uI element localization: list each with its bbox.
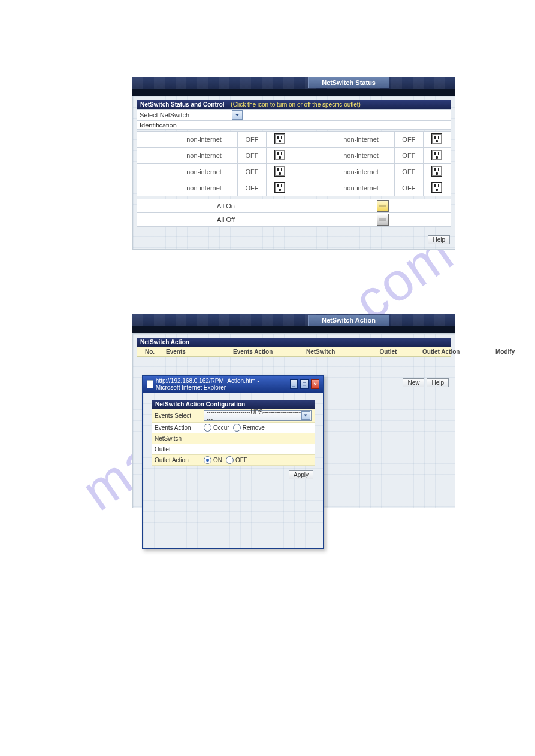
outlet-state: OFF: [395, 132, 424, 148]
col-events-action: Events Action: [229, 347, 303, 356]
status-black-strip: [132, 89, 455, 96]
status-title: NetSwitch Status: [308, 77, 389, 88]
popup-title-text: http://192.168.0.162/RPM_Action.htm - Mi…: [156, 378, 285, 391]
action-columns: No. Events Events Action NetSwitch Outle…: [137, 347, 451, 357]
col-no: No.: [137, 347, 162, 356]
events-action-row: Events Action Occur Remove: [152, 423, 315, 433]
table-row: non-internet OFF non-internet OFF: [137, 132, 451, 148]
radio-occur-label: Occur: [213, 424, 229, 431]
outlet-icon[interactable]: [431, 133, 442, 144]
action-config-popup: http://192.168.0.162/RPM_Action.htm - Mi…: [142, 375, 324, 549]
events-action-label: Events Action: [152, 423, 201, 433]
maximize-icon[interactable]: □: [300, 379, 309, 389]
radio-occur[interactable]: Occur: [204, 424, 229, 432]
all-off-label: All Off: [137, 213, 315, 226]
table-row: non-internet OFF non-internet OFF: [137, 180, 451, 196]
action-title: NetSwitch Action: [308, 315, 389, 326]
radio-off[interactable]: OFF: [226, 456, 247, 464]
popup-body: NetSwitch Action Configuration Events Se…: [143, 393, 323, 548]
outlet-state: OFF: [238, 148, 267, 164]
outlet-icon[interactable]: [274, 166, 285, 177]
outlet-icon[interactable]: [431, 182, 442, 193]
col-netswitch: NetSwitch: [303, 347, 358, 356]
outlet-icon[interactable]: [274, 182, 285, 193]
radio-remove[interactable]: Remove: [233, 424, 265, 432]
outlet-name: non-internet: [294, 132, 394, 148]
help-button[interactable]: Help: [427, 378, 449, 387]
outlet-label: Outlet: [152, 444, 201, 454]
outlet-name: non-internet: [137, 180, 238, 196]
outlet-state: OFF: [238, 180, 267, 196]
document-icon: [147, 380, 153, 388]
select-netswitch-row: Select NetSwitch: [137, 109, 451, 121]
outlet-state: OFF: [238, 164, 267, 180]
chevron-down-icon: [235, 113, 240, 117]
netswitch-action-panel: NetSwitch Action NetSwitch Action No. Ev…: [132, 314, 455, 508]
netswitch-label: NetSwitch: [152, 433, 201, 444]
outlet-state: OFF: [395, 180, 424, 196]
outlet-name: non-internet: [294, 180, 394, 196]
all-off-button[interactable]: [377, 214, 389, 226]
status-panel-body: NetSwitch Status and Control (Click the …: [132, 96, 455, 250]
identification-row: Identification: [137, 120, 451, 130]
status-section-title: NetSwitch Status and Control: [140, 101, 225, 108]
outlet-state: OFF: [395, 164, 424, 180]
outlet-name: non-internet: [137, 132, 238, 148]
outlet-action-row: Outlet Action ON OFF: [152, 455, 315, 466]
close-icon[interactable]: ×: [311, 379, 319, 389]
outlet-name: non-internet: [294, 164, 394, 180]
action-panel-body: NetSwitch Action No. Events Events Actio…: [132, 333, 455, 508]
outlet-icon[interactable]: [274, 133, 285, 144]
select-netswitch-label: Select NetSwitch: [140, 111, 229, 119]
events-select-dropdown[interactable]: ----------------------UPS---------------…: [204, 410, 312, 421]
outlet-row: Outlet: [152, 444, 315, 455]
radio-on[interactable]: ON: [204, 456, 222, 464]
events-select-value: ----------------------UPS---------------…: [207, 409, 301, 422]
table-row: non-internet OFF non-internet OFF: [137, 164, 451, 180]
outlet-state: OFF: [395, 148, 424, 164]
apply-button[interactable]: Apply: [289, 470, 313, 479]
col-outlet-action: Outlet Action: [419, 347, 492, 356]
outlet-icon[interactable]: [431, 150, 442, 160]
action-black-strip: [132, 326, 455, 333]
radio-off-label: OFF: [235, 457, 247, 463]
col-outlet: Outlet: [358, 347, 419, 356]
radio-remove-label: Remove: [243, 424, 265, 431]
table-row: non-internet OFF non-internet OFF: [137, 148, 451, 164]
events-select-label: Events Select: [152, 411, 201, 421]
outlet-name: non-internet: [137, 148, 238, 164]
netswitch-status-panel: NetSwitch Status NetSwitch Status and Co…: [132, 77, 455, 250]
select-netswitch-dropdown[interactable]: [232, 110, 243, 120]
col-modify: Modify: [492, 347, 518, 356]
radio-on-label: ON: [213, 457, 222, 463]
col-events: Events: [162, 347, 229, 356]
status-section-header: NetSwitch Status and Control (Click the …: [137, 100, 451, 109]
all-on-button[interactable]: [377, 200, 389, 212]
identification-label: Identification: [140, 122, 177, 129]
outlet-table: non-internet OFF non-internet OFF non-in…: [137, 131, 451, 196]
outlet-state: OFF: [238, 132, 267, 148]
status-title-bar: NetSwitch Status: [132, 77, 455, 89]
minimize-icon[interactable]: _: [290, 379, 298, 389]
outlet-action-label: Outlet Action: [152, 455, 201, 465]
outlet-name: non-internet: [294, 148, 394, 164]
new-button[interactable]: New: [403, 378, 424, 387]
action-section-header: NetSwitch Action: [137, 338, 451, 347]
events-select-row: Events Select ----------------------UPS-…: [152, 409, 315, 423]
chevron-down-icon: [303, 413, 308, 418]
status-section-hint: (Click the icon to turn on or off the sp…: [231, 101, 361, 108]
all-on-label: All On: [137, 199, 315, 212]
all-on-row: All On: [137, 199, 451, 213]
all-off-row: All Off: [137, 212, 451, 227]
config-header: NetSwitch Action Configuration: [152, 400, 315, 409]
outlet-icon[interactable]: [274, 150, 285, 160]
help-button[interactable]: Help: [428, 235, 450, 244]
action-title-bar: NetSwitch Action: [132, 314, 455, 326]
outlet-icon[interactable]: [431, 166, 442, 177]
outlet-name: non-internet: [137, 164, 238, 180]
netswitch-row: NetSwitch: [152, 433, 315, 444]
popup-titlebar[interactable]: http://192.168.0.162/RPM_Action.htm - Mi…: [143, 376, 323, 393]
